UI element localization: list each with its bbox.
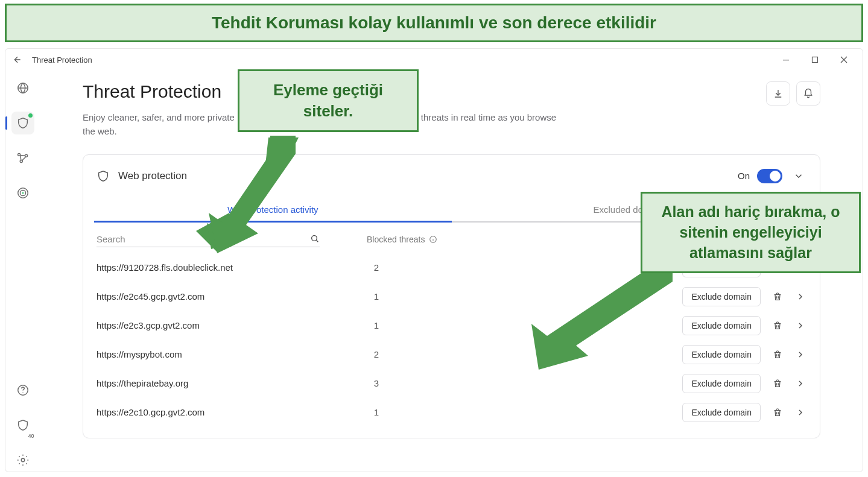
minimize-icon [782,56,790,63]
annotation-banner: Tehdit Koruması kolay kullanımlı ve son … [5,4,863,42]
chevron-right-icon [796,292,805,302]
table-row: https://thepiratebay.org3Exclude domain [97,369,806,398]
sidebar-item-shield-count[interactable]: 40 [11,414,34,437]
exclude-domain-button[interactable]: Exclude domain [682,316,761,335]
expand-button[interactable] [791,168,806,184]
exclude-domain-button[interactable]: Exclude domain [682,345,761,364]
row-url: https://thepiratebay.org [97,378,344,388]
sidebar-item-shield[interactable] [11,112,34,134]
row-expand-button[interactable] [794,321,806,330]
sidebar: 40 [5,71,40,472]
row-count: 1 [355,407,379,417]
svg-point-5 [17,153,20,156]
row-expand-button[interactable] [794,379,806,388]
row-expand-button[interactable] [794,350,806,359]
trash-icon [773,350,782,359]
exclude-domain-button[interactable]: Exclude domain [682,374,761,393]
trash-icon [773,379,782,388]
annotation-callout-1: Eyleme geçtiği siteler. [238,69,419,132]
delete-button[interactable] [771,321,784,330]
info-icon[interactable] [429,235,437,244]
card-header: Web protection On [83,155,820,197]
svg-rect-3 [813,57,818,63]
row-url: https://9120728.fls.doubleclick.net [97,262,344,273]
row-expand-button[interactable] [794,292,806,302]
annotation-callout-2: Alan adı hariç bırakma, o sitenin engell… [641,192,861,273]
svg-point-10 [22,192,24,194]
sidebar-item-settings[interactable] [11,449,34,472]
help-icon [16,384,30,397]
table-row: https://e2c10.gcp.gvt2.com1Exclude domai… [97,398,806,427]
chevron-right-icon [796,321,805,330]
chevron-right-icon [796,408,805,417]
chevron-right-icon [796,379,805,388]
shield-icon [97,169,110,183]
sidebar-item-help[interactable] [11,379,34,402]
web-protection-toggle[interactable] [757,169,782,183]
delete-button[interactable] [771,408,784,417]
shield-outline-icon [16,419,30,432]
gear-icon [16,453,30,467]
close-icon [840,56,847,63]
threat-list: https://9120728.fls.doubleclick.net2Excl… [83,253,820,438]
mesh-icon [16,151,30,165]
sidebar-item-mesh[interactable] [11,147,34,169]
trash-icon [773,408,782,417]
row-count: 2 [355,262,379,273]
notifications-button[interactable] [796,81,820,106]
toggle-state-label: On [738,171,750,181]
chevron-right-icon [796,350,805,359]
delete-button[interactable] [771,379,784,388]
table-row: https://myspybot.com2Exclude domain [97,340,806,369]
back-button[interactable] [10,52,25,67]
minimize-button[interactable] [778,52,794,68]
close-button[interactable] [836,52,852,68]
delete-button[interactable] [771,292,784,302]
bell-icon [803,88,814,99]
sidebar-item-target[interactable] [11,182,34,204]
toggle-group: On [738,169,782,183]
row-expand-button[interactable] [794,408,806,417]
blocked-threats-label: Blocked threats [367,235,425,244]
page-title: Threat Protection [83,81,766,102]
row-count: 1 [355,291,379,302]
annotation-callout-1-text: Eyleme geçtiği siteler. [253,80,404,122]
annotation-arrow-1-shape [199,136,302,253]
row-count: 2 [355,349,379,359]
window-title: Threat Protection [32,55,771,65]
globe-icon [16,81,30,95]
download-icon [773,88,784,99]
svg-point-13 [21,458,25,462]
annotation-banner-text: Tehdit Koruması kolay kullanımlı ve son … [212,13,656,33]
svg-point-14 [312,236,317,241]
row-count: 3 [355,378,379,388]
content-header: Threat Protection [83,81,820,106]
svg-rect-2 [783,60,789,60]
status-dot-icon [28,113,33,118]
annotation-callout-2-text: Alan adı hariç bırakma, o sitenin engell… [656,202,846,263]
header-actions [766,81,820,106]
row-url: https://e2c45.gcp.gvt2.com [97,291,344,302]
row-count: 1 [355,320,379,330]
trash-icon [773,321,782,330]
shield-icon [16,116,30,130]
download-button[interactable] [766,81,790,106]
maximize-button[interactable] [807,52,823,68]
exclude-domain-button[interactable]: Exclude domain [682,403,761,422]
trash-icon [773,292,782,302]
table-row: https://e2c45.gcp.gvt2.com1Exclude domai… [97,282,806,311]
blocked-threats-header: Blocked threats [367,235,437,244]
window-controls [778,52,858,68]
search-icon [310,234,320,244]
shield-badge-count: 40 [27,433,35,439]
chevron-down-icon [793,171,804,182]
target-icon [16,186,30,200]
delete-button[interactable] [771,350,784,359]
row-url: https://e2c10.gcp.gvt2.com [97,407,344,417]
row-url: https://e2c3.gcp.gvt2.com [97,320,344,330]
sidebar-item-globe[interactable] [11,77,34,100]
titlebar: Threat Protection [5,49,863,71]
maximize-icon [811,56,819,63]
exclude-domain-button[interactable]: Exclude domain [682,287,761,306]
arrow-left-icon [13,55,22,65]
